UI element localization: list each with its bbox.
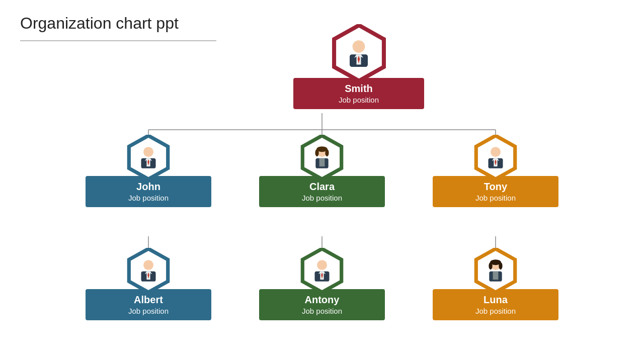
title-antony: Job position — [267, 307, 377, 315]
node-albert: Albert Job position — [86, 248, 211, 320]
svg-point-37 — [143, 260, 153, 270]
node-john: John Job position — [86, 135, 211, 207]
card-antony: Antony Job position — [259, 289, 385, 320]
title-underline — [20, 40, 216, 41]
title-smith: Job position — [301, 96, 416, 104]
avatar-clara — [299, 135, 345, 180]
avatar-tony — [473, 135, 518, 180]
avatar-albert — [126, 248, 171, 293]
svg-rect-28 — [319, 158, 325, 166]
name-smith: Smith — [301, 83, 416, 95]
avatar-antony — [299, 248, 345, 293]
name-albert: Albert — [94, 294, 203, 306]
name-luna: Luna — [441, 294, 550, 306]
svg-point-44 — [317, 260, 327, 270]
title-albert: Job position — [94, 307, 203, 315]
avatar-smith — [330, 24, 388, 82]
node-smith: Smith Job position — [293, 24, 424, 109]
card-albert: Albert Job position — [86, 289, 211, 320]
card-tony: Tony Job position — [433, 176, 558, 207]
svg-rect-56 — [493, 272, 499, 280]
name-tony: Tony — [441, 181, 550, 193]
avatar-john — [126, 135, 171, 180]
svg-point-16 — [143, 147, 153, 157]
name-john: John — [94, 181, 203, 193]
page-title: Organization chart ppt — [20, 14, 179, 33]
title-john: Job position — [94, 194, 203, 202]
svg-point-26 — [325, 149, 329, 157]
card-smith: Smith Job position — [293, 78, 424, 109]
node-antony: Antony Job position — [259, 248, 385, 320]
node-clara: Clara Job position — [259, 135, 385, 207]
node-tony: Tony Job position — [433, 135, 558, 207]
title-clara: Job position — [267, 194, 377, 202]
svg-point-9 — [353, 40, 365, 53]
card-clara: Clara Job position — [259, 176, 385, 207]
svg-point-53 — [489, 262, 492, 270]
avatar-luna — [473, 248, 518, 293]
card-luna: Luna Job position — [433, 289, 558, 320]
name-clara: Clara — [267, 181, 377, 193]
svg-point-54 — [499, 262, 502, 270]
svg-point-25 — [315, 149, 318, 157]
card-john: John Job position — [86, 176, 211, 207]
title-luna: Job position — [441, 307, 550, 315]
node-luna: Luna Job position — [433, 248, 558, 320]
name-antony: Antony — [267, 294, 377, 306]
svg-point-30 — [491, 147, 501, 157]
title-tony: Job position — [441, 194, 550, 202]
